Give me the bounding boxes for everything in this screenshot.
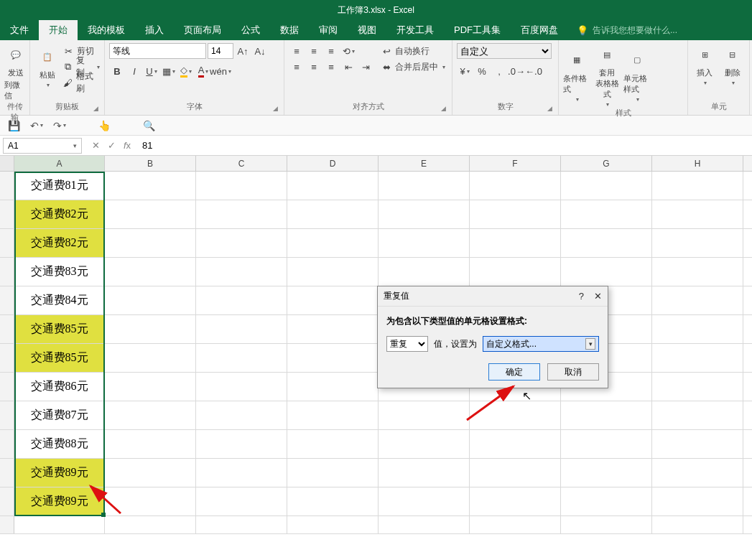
align-launcher[interactable]: ◢ — [441, 105, 446, 112]
cell-A5[interactable]: 交通费84元 — [14, 286, 105, 314]
col-header-G[interactable]: G — [561, 156, 652, 171]
border-button[interactable]: ▦ — [161, 63, 177, 79]
align-middle-button[interactable]: ≡ — [306, 43, 322, 59]
dialog-format-select[interactable]: 自定义格式... ▾ — [483, 336, 599, 352]
number-format-select[interactable]: 自定义 — [457, 43, 552, 59]
cell-A3[interactable]: 交通费82元 — [14, 229, 105, 257]
cell-A1[interactable]: 交通费81元 — [14, 172, 105, 200]
cell-A9[interactable]: 交通费87元 — [14, 401, 105, 429]
font-launcher[interactable]: ◢ — [273, 105, 278, 112]
col-header-F[interactable]: F — [470, 156, 561, 171]
col-header-B[interactable]: B — [105, 156, 196, 171]
cell-A12[interactable]: 交通费89元 — [14, 487, 105, 515]
row-header-5[interactable] — [0, 286, 14, 314]
row-header-7[interactable] — [0, 344, 14, 372]
phonetic-button[interactable]: wén — [213, 63, 228, 79]
tab-review[interactable]: 审阅 — [309, 20, 348, 40]
select-all-corner[interactable] — [0, 156, 14, 171]
tab-mytemplate[interactable]: 我的模板 — [78, 20, 135, 40]
merge-center-button[interactable]: ⬌合并后居中 — [381, 59, 445, 75]
enter-formula-button[interactable]: ✓ — [105, 140, 118, 151]
tab-file[interactable]: 文件 — [0, 20, 39, 40]
row-header-10[interactable] — [0, 430, 14, 458]
comma-button[interactable]: , — [491, 63, 507, 79]
row-header-9[interactable] — [0, 401, 14, 429]
print-preview-button[interactable]: 🔍 — [141, 118, 157, 134]
touch-mode-button[interactable]: 👆 — [96, 118, 112, 134]
tab-pdf[interactable]: PDF工具集 — [444, 20, 511, 40]
cell-A6[interactable]: 交通费85元 — [14, 315, 105, 343]
indent-inc-button[interactable]: ⇥ — [358, 59, 373, 75]
redo-button[interactable]: ↷ — [52, 118, 68, 134]
row-header-8[interactable] — [0, 373, 14, 401]
wrap-text-button[interactable]: ↩自动换行 — [381, 43, 445, 59]
cell-A2[interactable]: 交通费82元 — [14, 200, 105, 228]
percent-button[interactable]: % — [474, 63, 490, 79]
row-header-12[interactable] — [0, 487, 14, 515]
cell-A7[interactable]: 交通费85元 — [14, 344, 105, 372]
insert-cells-button[interactable]: ⊞插入 — [692, 43, 718, 86]
increase-font-button[interactable]: A↑ — [235, 43, 251, 59]
paste-button[interactable]: 📋 粘贴 — [34, 43, 60, 90]
col-header-E[interactable]: E — [379, 156, 470, 171]
cell-styles-button[interactable]: ▢单元格样式 — [623, 43, 651, 108]
row-header-11[interactable] — [0, 459, 14, 487]
tab-home[interactable]: 开始 — [39, 20, 78, 40]
number-launcher[interactable]: ◢ — [547, 105, 552, 112]
row-header-13[interactable] — [0, 516, 14, 533]
align-right-button[interactable]: ≡ — [323, 59, 339, 75]
tab-data[interactable]: 数据 — [270, 20, 309, 40]
tab-insert[interactable]: 插入 — [135, 20, 174, 40]
row-header-4[interactable] — [0, 258, 14, 286]
orientation-button[interactable]: ⟲ — [340, 43, 356, 59]
dec-decimal-button[interactable]: ←.0 — [526, 63, 542, 79]
font-size-input[interactable] — [208, 43, 233, 59]
delete-cells-button[interactable]: ⊟删除 — [720, 43, 746, 86]
cancel-formula-button[interactable]: ✕ — [89, 140, 102, 151]
underline-button[interactable]: U — [144, 63, 159, 79]
dialog-cancel-button[interactable]: 取消 — [547, 363, 599, 381]
col-header-A[interactable]: A — [14, 156, 105, 171]
fx-button[interactable]: fx — [121, 140, 134, 151]
col-header-D[interactable]: D — [287, 156, 379, 171]
indent-dec-button[interactable]: ⇤ — [340, 59, 356, 75]
fill-color-button[interactable]: ◇ — [178, 63, 194, 79]
row-header-6[interactable] — [0, 315, 14, 343]
format-painter-button[interactable]: 🖌格式刷 — [62, 75, 100, 90]
formula-input[interactable] — [138, 138, 752, 154]
dialog-ok-button[interactable]: 确定 — [488, 363, 540, 381]
format-as-table-button[interactable]: ▤套用 表格格式 — [593, 43, 621, 108]
dialog-titlebar[interactable]: 重复值 ? ✕ — [378, 286, 608, 307]
tab-formula[interactable]: 公式 — [231, 20, 270, 40]
row-header-3[interactable] — [0, 229, 14, 257]
align-bottom-button[interactable]: ≡ — [323, 43, 339, 59]
font-name-input[interactable] — [109, 43, 206, 59]
cell-A4[interactable]: 交通费83元 — [14, 258, 105, 286]
dialog-close-button[interactable]: ✕ — [594, 291, 602, 302]
col-header-C[interactable]: C — [196, 156, 287, 171]
row-header-1[interactable] — [0, 172, 14, 200]
bold-button[interactable]: B — [109, 63, 125, 79]
dialog-help-button[interactable]: ? — [579, 291, 584, 302]
currency-button[interactable]: ¥ — [457, 63, 473, 79]
row-header-2[interactable] — [0, 200, 14, 228]
col-header-H[interactable]: H — [652, 156, 743, 171]
align-left-button[interactable]: ≡ — [289, 59, 305, 75]
decrease-font-button[interactable]: A↓ — [252, 43, 268, 59]
tell-me-box[interactable]: 💡 告诉我您想要做什么... — [577, 20, 677, 40]
cell-A8[interactable]: 交通费86元 — [14, 373, 105, 401]
align-center-button[interactable]: ≡ — [306, 59, 322, 75]
undo-button[interactable]: ↶ — [29, 118, 45, 134]
conditional-format-button[interactable]: ▦条件格式 — [563, 43, 590, 108]
cell-A10[interactable]: 交通费88元 — [14, 430, 105, 458]
tab-layout[interactable]: 页面布局 — [174, 20, 231, 40]
font-color-button[interactable]: A — [195, 63, 211, 79]
tab-view[interactable]: 视图 — [348, 20, 386, 40]
align-top-button[interactable]: ≡ — [289, 43, 305, 59]
dialog-type-select[interactable]: 重复 — [386, 336, 428, 352]
inc-decimal-button[interactable]: .0→ — [509, 63, 524, 79]
tab-dev[interactable]: 开发工具 — [386, 20, 444, 40]
clipboard-launcher[interactable]: ◢ — [93, 105, 98, 112]
tab-baidu[interactable]: 百度网盘 — [511, 20, 568, 40]
cell-A11[interactable]: 交通费89元 — [14, 459, 105, 487]
